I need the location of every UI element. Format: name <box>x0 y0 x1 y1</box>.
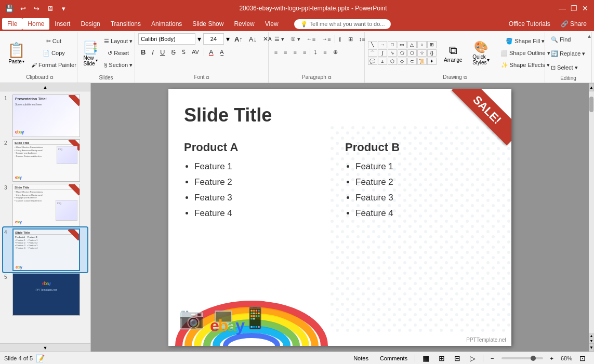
slide-thumb-2[interactable]: 2 Slide Title • Make Effective Presentat… <box>3 138 87 183</box>
arrange-button[interactable]: ⧉ Arrange <box>442 43 465 64</box>
scroll-down-btn[interactable]: ▼ <box>589 343 594 352</box>
shape-rect2[interactable]: ▭ <box>398 41 407 48</box>
align-right-button[interactable]: ≡ <box>291 46 299 58</box>
menu-slide-show[interactable]: Slide Show <box>187 18 229 30</box>
bold-button[interactable]: B <box>138 46 148 58</box>
menu-animations[interactable]: Animations <box>146 18 187 30</box>
shape-flow[interactable]: ◇ <box>398 58 407 65</box>
shape-arc[interactable]: ⌒ <box>368 49 377 57</box>
shape-pentagon[interactable]: ⬠ <box>398 49 407 57</box>
menu-share[interactable]: 🔗 Share <box>556 18 592 30</box>
slide-sorter-button[interactable]: ⊞ <box>434 353 449 363</box>
reset-button[interactable]: ↺ Reset <box>101 48 135 59</box>
strikethrough-button[interactable]: S <box>168 46 178 58</box>
slide-title[interactable]: Slide Title <box>184 104 272 126</box>
fit-slide-button[interactable]: ⊡ <box>575 353 590 363</box>
quick-styles-button[interactable]: 🎨 QuickStyles ▾ <box>470 39 493 66</box>
slide-thumb-4[interactable]: 4 Slide Title Product A • Feature 1 • Fe… <box>3 227 87 272</box>
slide-thumb-1[interactable]: 1 Presentation Title! Some subtitle text… <box>3 93 87 138</box>
font-color-button[interactable]: A <box>206 46 216 58</box>
shape-arrow[interactable]: → <box>378 41 387 48</box>
menu-view[interactable]: View <box>260 18 284 30</box>
menu-transitions[interactable]: Transitions <box>105 18 146 30</box>
scroll-down-button[interactable]: ▼ <box>0 343 90 352</box>
shape-equation[interactable]: ± <box>378 58 387 65</box>
indent-less-button[interactable]: ←≡ <box>304 33 318 45</box>
menu-office-tutorials[interactable]: Office Tutorials <box>504 18 556 30</box>
text-highlight-button[interactable]: A̲ <box>217 46 227 58</box>
layout-button[interactable]: ☰ Layout ▾ <box>101 36 135 47</box>
underline-button[interactable]: U <box>157 46 167 58</box>
undo-icon[interactable]: ↩ <box>18 3 28 14</box>
zoom-out-button[interactable]: − <box>486 354 498 362</box>
clipboard-expand[interactable]: ⧉ <box>50 75 53 80</box>
shape-outline-button[interactable]: ⬜ Shape Outline ▾ <box>498 47 553 59</box>
shape-action[interactable]: ⬡ <box>388 58 397 65</box>
indent-more-button[interactable]: →≡ <box>319 33 333 45</box>
shape-scroll[interactable]: 📜 <box>417 58 427 65</box>
minimize-button[interactable]: — <box>558 4 567 13</box>
shape-fill-button[interactable]: 🪣 Shape Fill ▾ <box>498 35 553 47</box>
slide-canvas[interactable]: Slide Title Product A Feature 1 Feature … <box>168 89 511 346</box>
menu-insert[interactable]: Insert <box>49 18 75 30</box>
new-slide-button[interactable]: 📑 New Slide ▾ <box>81 39 100 68</box>
custom-icon[interactable]: 🖥 <box>45 3 55 14</box>
font-size-input[interactable]: 24 <box>203 33 224 45</box>
shape-ribbon[interactable]: ⊂ <box>407 58 417 65</box>
char-spacing-button[interactable]: AV <box>189 46 202 58</box>
tell-me-input[interactable]: 💡 Tell me what you want to do... <box>294 19 391 29</box>
scroll-up-button[interactable]: ▲ <box>0 83 90 91</box>
scroll-track[interactable] <box>589 91 594 333</box>
select-button[interactable]: ⊡ Select ▾ <box>548 61 580 74</box>
scroll-up-btn[interactable]: ▲ <box>589 83 594 91</box>
shape-oval[interactable]: ○ <box>417 41 427 48</box>
shape-freeform[interactable]: ∿ <box>388 49 397 57</box>
shape-effects-button[interactable]: ✨ Shape Effects ▾ <box>498 59 553 71</box>
find-button[interactable]: 🔍 Find <box>548 33 573 46</box>
font-expand[interactable]: ⧉ <box>206 75 209 80</box>
comments-button[interactable]: Comments <box>376 354 412 362</box>
italic-button[interactable]: I <box>149 46 156 58</box>
notes-button[interactable]: Notes <box>349 354 373 362</box>
shape-line[interactable]: ╲ <box>368 41 377 48</box>
scroll-split-up[interactable]: ▲ <box>589 333 594 338</box>
shape-brace[interactable]: {} <box>427 49 437 57</box>
shape-more[interactable]: ⊞ <box>427 41 437 48</box>
font-size-dropdown[interactable]: ▾ <box>225 34 231 44</box>
align-center-button[interactable]: ≡ <box>281 46 289 58</box>
slide-thumb-5[interactable]: 5 ebay PPTTemplates.net <box>3 272 87 317</box>
justify-button[interactable]: ≡ <box>300 46 309 58</box>
slide-thumb-3[interactable]: 3 Slide Title • Make Effective Presentat… <box>3 183 87 227</box>
text-direction-button[interactable]: ⤵ <box>311 46 320 58</box>
shape-hexagon[interactable]: ⬡ <box>407 49 417 57</box>
section-button[interactable]: § Section ▾ <box>101 60 135 71</box>
paste-button[interactable]: 📋 Paste ▾ <box>5 41 28 65</box>
increase-font-button[interactable]: A↑ <box>232 33 245 45</box>
shape-callout[interactable]: 💬 <box>368 58 377 65</box>
columns-button[interactable]: ⫿ <box>336 33 345 45</box>
normal-view-button[interactable]: ▦ <box>418 353 433 363</box>
menu-review[interactable]: Review <box>229 18 259 30</box>
align-left-button[interactable]: ≡ <box>272 46 280 58</box>
restore-button[interactable]: ❐ <box>569 4 578 13</box>
drawing-expand[interactable]: ⧉ <box>464 75 467 80</box>
menu-home[interactable]: Home <box>22 18 49 30</box>
align-text-button[interactable]: ≡ <box>321 46 329 58</box>
format-painter-button[interactable]: 🖌 Format Painter <box>29 59 79 71</box>
shape-rect[interactable]: □ <box>388 41 397 48</box>
replace-button[interactable]: 🔄 Replace ▾ <box>548 47 588 60</box>
slideshow-button[interactable]: ▷ <box>466 353 480 363</box>
shape-custom[interactable]: ✦ <box>427 58 437 65</box>
reading-view-button[interactable]: ⊟ <box>450 353 465 363</box>
ribbon-collapse-button[interactable]: ▲ <box>587 33 592 39</box>
menu-design[interactable]: Design <box>75 18 105 30</box>
para-expand[interactable]: ⧉ <box>328 75 331 80</box>
convert-smartart-button[interactable]: ⊕ <box>331 46 340 58</box>
scroll-split-down[interactable]: ▼ <box>589 338 594 343</box>
save-icon[interactable]: 💾 <box>4 3 15 14</box>
shape-curve[interactable]: ∫ <box>378 49 387 57</box>
font-name-dropdown[interactable]: ▾ <box>196 34 202 44</box>
zoom-slider[interactable] <box>501 357 543 359</box>
font-name-input[interactable]: Calibri (Body) <box>138 33 195 45</box>
zoom-in-button[interactable]: + <box>546 354 558 362</box>
